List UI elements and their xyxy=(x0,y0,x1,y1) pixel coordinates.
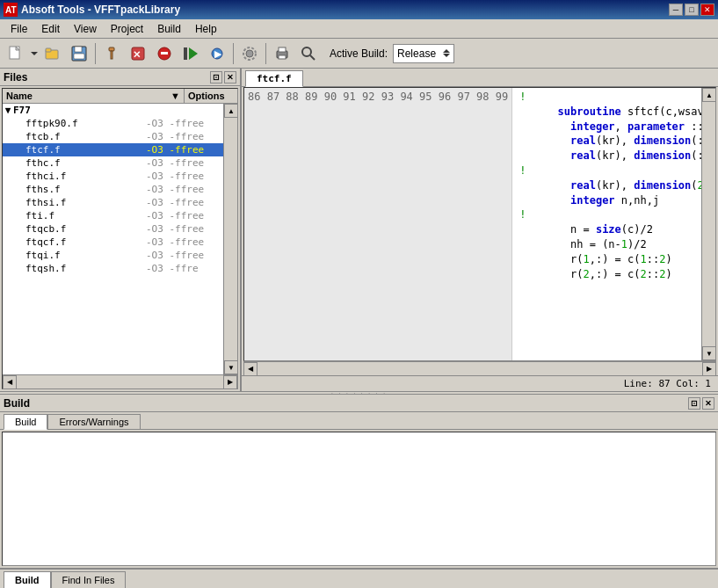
folder-f77[interactable]: ▼ F77 xyxy=(3,104,223,117)
menu-view[interactable]: View xyxy=(67,21,104,37)
build-tab-build[interactable]: Build xyxy=(4,414,47,430)
editor-hscroll-right[interactable]: ▶ xyxy=(702,362,716,376)
file-item[interactable]: fftpk90.f -O3 -ffree xyxy=(3,117,223,130)
file-item[interactable]: ftcf.f -O3 -ffree xyxy=(3,143,223,156)
svg-point-23 xyxy=(302,47,311,56)
editor-vscroll-down[interactable]: ▼ xyxy=(702,346,716,360)
file-name: ftcb.f xyxy=(24,131,144,142)
hscroll-left-button[interactable]: ◀ xyxy=(3,375,17,389)
title-bar: AT Absoft Tools - VFFTpackLibrary ─ □ ✕ xyxy=(0,0,718,19)
hscroll-right-button[interactable]: ▶ xyxy=(223,375,237,389)
svg-text:✕: ✕ xyxy=(133,49,141,60)
file-name: fti.f xyxy=(24,210,144,221)
file-options: -O3 -ffree xyxy=(144,144,223,156)
maximize-button[interactable]: □ xyxy=(685,4,699,16)
build-panel-close-button[interactable]: ✕ xyxy=(702,397,714,410)
file-item[interactable]: ftqsh.f -O3 -ffre xyxy=(3,262,223,275)
close-button[interactable]: ✕ xyxy=(700,4,714,16)
print-button[interactable] xyxy=(270,41,294,66)
svg-marker-15 xyxy=(189,47,198,60)
editor-tab-ftcf[interactable]: ftcf.f xyxy=(245,70,303,87)
file-indent2 xyxy=(13,197,24,208)
svg-rect-7 xyxy=(74,54,84,59)
file-options: -O3 -ffre xyxy=(144,263,223,274)
file-indent xyxy=(3,197,13,208)
bottom-tab-find[interactable]: Find In Files xyxy=(51,571,127,588)
editor-vscroll-track[interactable] xyxy=(702,102,715,346)
stop-button[interactable] xyxy=(152,41,177,66)
folder-name: F77 xyxy=(13,105,31,116)
file-indent2 xyxy=(13,263,24,274)
file-item[interactable]: ftqcb.f -O3 -ffree xyxy=(3,222,223,236)
editor-hscroll-left[interactable]: ◀ xyxy=(243,362,257,376)
file-indent xyxy=(3,223,13,235)
menu-help[interactable]: Help xyxy=(188,21,224,37)
files-col-name-header[interactable]: Name ▼ xyxy=(3,89,185,103)
run-button[interactable] xyxy=(178,41,203,66)
file-item[interactable]: ftqcf.f -O3 -ffree xyxy=(3,236,223,249)
editor-panel: ftcf.f 86 87 88 89 90 91 92 93 94 95 96 … xyxy=(242,69,718,391)
file-indent xyxy=(3,118,13,129)
build-panel-float-button[interactable]: ⊡ xyxy=(688,397,700,410)
menu-file[interactable]: File xyxy=(4,21,34,37)
editor-area: 86 87 88 89 90 91 92 93 94 95 96 97 98 9… xyxy=(243,87,716,361)
files-panel-close-button[interactable]: ✕ xyxy=(224,71,236,83)
minimize-button[interactable]: ─ xyxy=(669,4,683,16)
clean-button[interactable]: ✕ xyxy=(126,41,150,66)
build-panel-header: Build ⊡ ✕ xyxy=(0,395,718,412)
editor-vscroll-up[interactable]: ▲ xyxy=(702,88,716,102)
new-button[interactable] xyxy=(4,41,28,66)
build-hammer-button[interactable] xyxy=(99,41,124,66)
file-item[interactable]: ftcb.f -O3 -ffree xyxy=(3,130,223,143)
files-panel-title: Files xyxy=(4,71,27,83)
vscroll-track[interactable] xyxy=(224,118,237,360)
vscroll-down-button[interactable]: ▼ xyxy=(224,360,237,374)
build-content xyxy=(2,432,716,566)
file-options: -O3 -ffree xyxy=(144,210,223,221)
debug-button[interactable]: ▶ xyxy=(205,41,229,66)
save-button[interactable] xyxy=(67,41,91,66)
vscroll-up-button[interactable]: ▲ xyxy=(224,104,237,118)
file-item[interactable]: fti.f -O3 -ffree xyxy=(3,209,223,222)
collapse-icon: ▼ xyxy=(3,105,13,116)
svg-point-18 xyxy=(246,50,253,57)
build-panel-controls: ⊡ ✕ xyxy=(688,397,714,410)
new-dropdown-button[interactable] xyxy=(30,41,39,66)
editor-hscroll-track[interactable] xyxy=(257,363,702,375)
settings-button[interactable] xyxy=(237,41,262,66)
menu-build[interactable]: Build xyxy=(150,21,188,37)
build-tab-errors[interactable]: Errors/Warnings xyxy=(47,414,140,429)
file-options: -O3 -ffree xyxy=(144,250,223,261)
file-indent2 xyxy=(13,250,24,261)
file-item[interactable]: ftqi.f -O3 -ffree xyxy=(3,249,223,262)
build-select[interactable]: Release xyxy=(393,44,454,63)
files-hscrollbar[interactable]: ◀ ▶ xyxy=(3,374,237,388)
file-indent2 xyxy=(13,118,24,129)
files-panel-float-button[interactable]: ⊡ xyxy=(210,71,222,83)
find-button[interactable] xyxy=(296,41,321,66)
file-item[interactable]: fthci.f -O3 -ffree xyxy=(3,170,223,183)
file-name: fths.f xyxy=(24,184,144,195)
files-inner: Name ▼ Options ▼ F77 fftpk90.f xyxy=(2,88,238,389)
window-title: Absoft Tools - VFFTpackLibrary xyxy=(21,4,180,16)
file-options: -O3 -ffree xyxy=(144,157,223,169)
files-vscrollbar[interactable]: ▲ ▼ xyxy=(223,104,237,374)
code-content[interactable]: ! subroutine sftcf(c,wsave) integer, par… xyxy=(512,88,701,360)
file-item[interactable]: fthsi.f -O3 -ffree xyxy=(3,196,223,209)
editor-hscrollbar[interactable]: ◀ ▶ xyxy=(243,361,716,375)
svg-rect-14 xyxy=(184,47,187,60)
build-panel: Build ⊡ ✕ Build Errors/Warnings Build Fi… xyxy=(0,395,718,588)
svg-text:AT: AT xyxy=(5,5,17,15)
bottom-tab-build[interactable]: Build xyxy=(4,571,51,588)
open-button[interactable] xyxy=(40,41,65,66)
file-indent2 xyxy=(13,131,24,142)
editor-vscrollbar[interactable]: ▲ ▼ xyxy=(701,88,715,360)
file-item[interactable]: fthc.f -O3 -ffree xyxy=(3,156,223,170)
menu-project[interactable]: Project xyxy=(104,21,150,37)
editor-statusbar: Line: 87 Col: 1 xyxy=(242,375,718,391)
hscroll-track[interactable] xyxy=(17,376,223,388)
svg-rect-22 xyxy=(279,55,286,59)
menu-edit[interactable]: Edit xyxy=(34,21,67,37)
file-item[interactable]: fths.f -O3 -ffree xyxy=(3,183,223,196)
build-select-arrows xyxy=(443,49,450,57)
